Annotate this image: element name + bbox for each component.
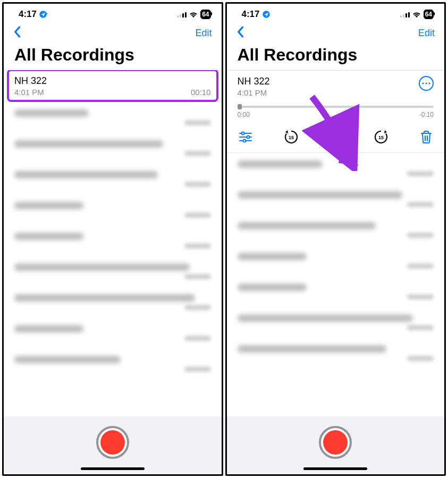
blurred-row bbox=[4, 287, 222, 318]
recording-list: NH 322 4:01 PM 00:10 bbox=[4, 70, 222, 416]
delete-button[interactable] bbox=[420, 130, 433, 144]
page-title: All Recordings bbox=[227, 43, 445, 70]
blurred-row bbox=[4, 318, 222, 348]
phone-right: 4:17 64 Edit All Recordings NH 322 4:01 … bbox=[225, 2, 446, 476]
clock: 4:17 bbox=[19, 9, 37, 20]
blurred-row bbox=[227, 245, 445, 276]
svg-point-6 bbox=[241, 132, 244, 135]
wifi-icon bbox=[412, 11, 421, 18]
sliders-icon bbox=[239, 131, 252, 143]
blurred-row bbox=[227, 153, 445, 184]
skip-forward-15-icon: 15 bbox=[373, 129, 389, 145]
cell-signal-icon bbox=[177, 11, 187, 18]
nav-bar: Edit bbox=[227, 23, 445, 43]
chevron-left-icon bbox=[236, 26, 244, 38]
blurred-row bbox=[227, 307, 445, 338]
cell-signal-icon bbox=[400, 11, 410, 18]
blurred-row bbox=[4, 256, 222, 287]
options-button[interactable] bbox=[239, 131, 252, 143]
back-button[interactable] bbox=[236, 26, 244, 40]
svg-text:15: 15 bbox=[289, 135, 294, 140]
blurred-row bbox=[4, 225, 222, 256]
blurred-row bbox=[4, 348, 222, 379]
blurred-row bbox=[4, 194, 222, 225]
record-footer bbox=[227, 416, 445, 474]
skip-back-15-icon: 15 bbox=[283, 129, 299, 145]
wifi-icon bbox=[189, 11, 198, 18]
blurred-row bbox=[227, 184, 445, 215]
player-recording-name: NH 322 bbox=[238, 76, 270, 87]
clock: 4:17 bbox=[242, 9, 260, 20]
play-button[interactable] bbox=[330, 130, 342, 144]
record-footer bbox=[4, 416, 222, 474]
svg-point-2 bbox=[422, 82, 424, 84]
skip-back-button[interactable]: 15 bbox=[283, 129, 299, 145]
svg-point-10 bbox=[243, 140, 246, 142]
blurred-row bbox=[4, 133, 222, 164]
ellipsis-icon bbox=[422, 82, 430, 84]
back-button[interactable] bbox=[13, 26, 21, 40]
home-indicator bbox=[81, 467, 145, 470]
blurred-row bbox=[227, 215, 445, 245]
recording-name: NH 322 bbox=[14, 75, 47, 87]
page-title: All Recordings bbox=[4, 43, 222, 70]
player-panel: NH 322 4:01 PM 0:00 -0:10 bbox=[227, 70, 445, 153]
nav-bar: Edit bbox=[4, 23, 222, 43]
more-options-button[interactable] bbox=[419, 76, 434, 91]
scrub-end: -0:10 bbox=[419, 111, 434, 118]
record-button[interactable] bbox=[319, 426, 352, 459]
home-indicator bbox=[303, 467, 367, 470]
recording-duration: 00:10 bbox=[191, 88, 211, 97]
svg-point-4 bbox=[428, 82, 430, 84]
status-bar: 4:17 64 bbox=[227, 4, 445, 23]
status-bar: 4:17 64 bbox=[4, 4, 222, 23]
edit-button[interactable]: Edit bbox=[195, 28, 212, 39]
scrubber[interactable] bbox=[238, 106, 434, 108]
skip-forward-button[interactable]: 15 bbox=[373, 129, 389, 145]
phone-left: 4:17 64 Edit All Recordings NH 322 4:01 … bbox=[2, 2, 223, 476]
player-recording-time: 4:01 PM bbox=[238, 88, 270, 97]
blurred-row bbox=[227, 338, 445, 369]
recording-row[interactable]: NH 322 4:01 PM 00:10 bbox=[4, 70, 222, 102]
edit-button[interactable]: Edit bbox=[418, 28, 435, 39]
trash-icon bbox=[420, 130, 433, 144]
battery-icon: 64 bbox=[200, 10, 210, 19]
battery-icon: 64 bbox=[424, 10, 434, 19]
scrub-start: 0:00 bbox=[238, 111, 250, 118]
svg-point-3 bbox=[425, 82, 427, 84]
recording-time: 4:01 PM bbox=[14, 88, 44, 97]
recording-list bbox=[227, 153, 445, 416]
blurred-row bbox=[4, 164, 222, 194]
record-button[interactable] bbox=[96, 426, 129, 459]
svg-text:15: 15 bbox=[378, 135, 384, 140]
blurred-row bbox=[4, 102, 222, 133]
chevron-left-icon bbox=[13, 26, 21, 38]
location-icon bbox=[39, 10, 47, 19]
location-icon bbox=[262, 10, 271, 19]
blurred-row bbox=[227, 276, 445, 307]
svg-point-8 bbox=[247, 136, 249, 139]
play-icon bbox=[330, 130, 342, 144]
